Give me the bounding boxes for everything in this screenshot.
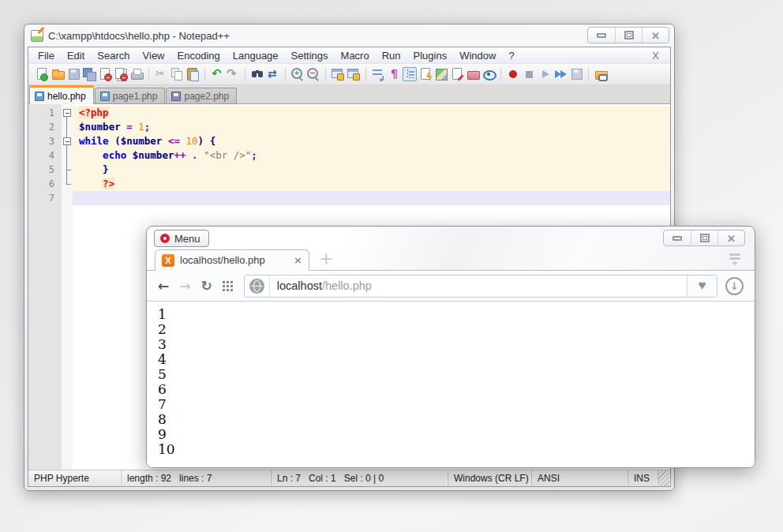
resize-grip[interactable] [658, 470, 670, 486]
tab-close-icon[interactable]: × [294, 254, 302, 266]
show-all-chars-icon[interactable] [387, 67, 401, 81]
browser-tab-localhost-hello-php[interactable]: localhost/hello.php × [155, 249, 309, 271]
macro-run-multiple-icon[interactable] [553, 67, 568, 81]
menu-item-window[interactable]: Window [453, 49, 502, 62]
minimize-button[interactable] [588, 28, 615, 43]
folder-workspace-icon[interactable] [466, 67, 480, 81]
notepad-window-controls [587, 27, 669, 43]
macro-record-icon[interactable] [506, 67, 520, 81]
code-text: ?> [73, 177, 670, 191]
code-line-6[interactable]: 6 ?> [28, 177, 670, 191]
function-list-icon[interactable] [418, 67, 433, 81]
url-text[interactable]: localhost/hello.php [270, 279, 687, 292]
sync-scroll-v-icon[interactable] [331, 67, 345, 81]
code-line-7[interactable]: 7 [28, 191, 670, 205]
close-all-icon[interactable] [114, 67, 128, 81]
menu-item-help[interactable]: ? [502, 49, 520, 62]
bookmark-heart-button[interactable] [687, 275, 717, 297]
reload-button[interactable] [201, 279, 212, 293]
editor-tab-page1-php[interactable]: page1.php [95, 88, 166, 103]
close-doc-icon[interactable] [98, 67, 112, 81]
replace-icon[interactable] [266, 67, 280, 81]
maximize-button[interactable] [691, 230, 717, 245]
menu-item-search[interactable]: Search [91, 49, 136, 62]
cut-icon[interactable] [154, 67, 168, 81]
redo-icon[interactable] [226, 67, 240, 81]
opera-menu-button[interactable]: Menu [154, 230, 209, 247]
site-badge-button[interactable] [245, 275, 270, 297]
download-button[interactable] [725, 277, 744, 295]
opera-tabbar: localhost/hello.php × + [147, 249, 755, 271]
save-all-icon[interactable] [82, 67, 96, 81]
menu-item-settings[interactable]: Settings [285, 49, 335, 62]
editor-tab-page2-php[interactable]: page2.php [166, 88, 237, 103]
code-text: echo $number++ . "<br />"; [73, 148, 670, 163]
fold-marker [62, 120, 73, 134]
document-map-icon[interactable] [434, 67, 448, 81]
opera-window: Menu localhost/hello.php × + [146, 226, 755, 468]
address-bar[interactable]: localhost/hello.php [244, 275, 717, 298]
code-line-4[interactable]: 4 echo $number++ . "<br />"; [28, 148, 670, 163]
back-button[interactable] [158, 279, 169, 293]
copy-icon[interactable] [170, 67, 184, 81]
opera-menu-label: Menu [174, 233, 200, 245]
maximize-button[interactable] [615, 28, 642, 43]
minimize-icon [597, 33, 606, 38]
menu-item-run[interactable]: Run [376, 49, 407, 62]
file-save-icon [35, 92, 44, 101]
macro-save-icon[interactable] [569, 67, 583, 81]
print-icon[interactable] [129, 67, 144, 81]
zoom-in-icon[interactable] [290, 67, 305, 81]
indent-guide-icon[interactable] [403, 67, 417, 81]
sync-scroll-h-icon[interactable] [347, 67, 361, 81]
menu-item-file[interactable]: File [32, 49, 61, 62]
macro-stop-icon[interactable] [522, 67, 536, 81]
toolbar-group [285, 67, 324, 81]
new-file-icon[interactable] [35, 67, 49, 81]
document-list-icon[interactable] [450, 67, 464, 81]
fold-marker[interactable] [62, 106, 73, 120]
opera-titlebar[interactable]: Menu [147, 227, 755, 249]
menu-item-view[interactable]: View [137, 49, 171, 62]
menu-item-edit[interactable]: Edit [61, 49, 91, 62]
output-line: 1 [158, 307, 755, 322]
url-path: /hello.php [322, 279, 372, 292]
open-folder-icon[interactable] [51, 67, 65, 81]
code-line-5[interactable]: 5 } [28, 163, 670, 177]
fold-margin [62, 191, 73, 205]
menubar-close-icon[interactable]: X [652, 50, 659, 62]
menu-item-language[interactable]: Language [227, 49, 285, 62]
menu-item-encoding[interactable]: Encoding [171, 49, 227, 62]
speed-dial-icon[interactable] [223, 281, 233, 291]
find-icon[interactable] [250, 67, 264, 81]
editor-tab-hello-php[interactable]: hello.php [29, 85, 94, 104]
tab-menu-icon[interactable] [728, 253, 742, 266]
paste-icon[interactable] [185, 67, 200, 81]
close-button[interactable] [717, 230, 744, 245]
view-eye-icon[interactable] [481, 67, 496, 81]
line-number: 2 [28, 120, 62, 134]
minimize-button[interactable] [664, 230, 691, 245]
code-line-2[interactable]: 2$number = 1; [28, 120, 670, 134]
code-line-1[interactable]: 1<?php [28, 106, 670, 120]
zoom-out-icon[interactable] [306, 67, 320, 81]
undo-icon[interactable] [210, 67, 224, 81]
new-tab-button[interactable]: + [319, 251, 333, 267]
word-wrap-icon[interactable] [371, 67, 385, 81]
fold-marker[interactable] [62, 134, 73, 148]
tab-label: hello.php [47, 91, 86, 102]
notepad-window-title: C:\xampp\htdocs\hello.php - Notepad++ [48, 30, 230, 42]
open-containing-folder-icon[interactable] [594, 67, 608, 81]
menu-item-plugins[interactable]: Plugins [407, 49, 454, 62]
line-number: 6 [28, 177, 62, 191]
close-button[interactable] [642, 28, 669, 43]
save-icon[interactable] [66, 67, 81, 81]
forward-button[interactable] [179, 279, 190, 293]
minimize-icon [672, 236, 682, 241]
code-line-3[interactable]: 3while ($number <= 10) { [28, 134, 670, 148]
macro-play-icon[interactable] [538, 67, 552, 81]
menu-item-macro[interactable]: Macro [335, 49, 376, 62]
notepad-titlebar[interactable]: C:\xampp\htdocs\hello.php - Notepad++ [24, 24, 674, 47]
close-icon [727, 231, 736, 245]
fold-marker [62, 177, 73, 191]
